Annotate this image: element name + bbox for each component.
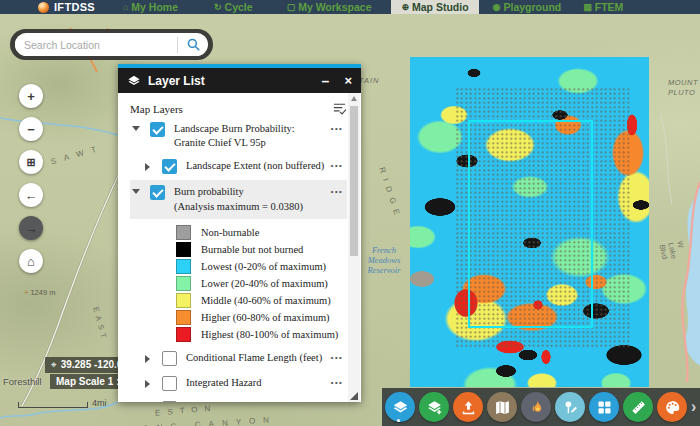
fire-behavior-button[interactable] [521,392,551,422]
layer-label: Midflame Wind Speed (mph) [186,401,325,402]
zoom-in-button[interactable]: + [19,84,43,108]
next-extent-button[interactable]: → [19,216,43,240]
legend-item: Burnable but not burned [176,241,343,258]
iftdss-app: MOUNTAIN MOUNT PLUTO French Meadows Rese… [0,0,700,426]
iftdss-logo-icon [38,2,49,13]
collapse-caret-icon[interactable] [132,126,140,131]
previous-extent-button[interactable]: ← [19,183,43,207]
draw-button[interactable] [555,392,585,422]
zoom-to-extent-button[interactable]: ⊞ [19,150,43,174]
map-label-ridge: RIDGE [377,166,403,221]
legend-swatch [176,310,191,325]
iftdss-brand[interactable]: IFTDSS [38,1,95,13]
lakeshore-road-line [682,182,700,382]
scroll-corner-icon[interactable] [350,392,358,400]
scale-bar: 4mi [18,398,107,408]
layer-row-landscape-extent[interactable]: Landscape Extent (non buffered) ••• [130,159,343,174]
legend-item: Non-burnable [176,224,343,241]
river-line [0,118,120,136]
search-icon [186,37,201,52]
layers-icon [127,74,141,88]
scale-bar-label: 4mi [92,398,107,408]
search-button[interactable] [178,37,208,52]
layer-label: Landscape Burn Probability: Granite Chie… [174,122,325,150]
layer-row-integrated-hazard[interactable]: Integrated Hazard ••• [130,376,343,391]
layer-row-landscape-burn-probability[interactable]: Landscape Burn Probability: Granite Chie… [130,122,343,150]
panel-title: Layer List [148,74,322,88]
home-icon: ⌂ [123,3,128,12]
legend-swatch [176,327,191,342]
map-toolbar: › [382,388,700,426]
grid-icon [596,399,613,416]
map-label-east: EAST [91,306,109,343]
layer-list-header[interactable]: Layer List – × [118,68,361,93]
elevation-marker-icon: + [24,288,28,297]
layer-checkbox[interactable] [162,401,177,402]
panel-scrollbar[interactable] [348,93,360,402]
nav-my-home[interactable]: ⌂ My Home [123,0,178,14]
playground-icon: ◉ [493,3,501,12]
nav-playground[interactable]: ◉ Playground [493,0,562,14]
top-navbar: IFTDSS ⌂ My Home ↻ Cycle ▢ My Workspace … [0,0,700,14]
layer-label: Integrated Hazard [186,376,325,390]
expand-caret-icon[interactable] [145,380,150,388]
scrollbar-thumb[interactable] [350,106,358,256]
legend-swatch [176,276,191,291]
workspace-icon: ▢ [287,3,296,12]
layer-row-midflame-wind-speed[interactable]: Midflame Wind Speed (mph) ••• [130,401,343,402]
expand-caret-icon[interactable] [145,163,150,171]
map-label-french-meadows-reservoir: French Meadows Reservoir [360,246,408,275]
active-tool-indicator [397,419,400,422]
map-label-elevation: +1249 m [24,288,55,297]
layer-label: Conditional Flame Length (feet) [186,351,325,365]
legend-swatch [176,293,191,308]
layers-add-icon [426,399,443,416]
legend-item: Lowest (0-20% of maximum) [176,258,343,275]
layer-checkbox[interactable] [150,122,165,137]
layer-row-conditional-flame-length[interactable]: Conditional Flame Length (feet) ••• [130,351,343,366]
more-tools-chevron[interactable]: › [691,398,696,416]
nav-my-workspace[interactable]: ▢ My Workspace [287,0,372,14]
layer-checkbox[interactable] [150,185,165,200]
ftem-icon: ▤ [583,3,592,12]
layer-label: Burn probability (Analysis maximum = 0.0… [174,185,325,213]
legend-item: Higher (60-80% of maximum) [176,309,343,326]
expand-caret-icon[interactable] [145,355,150,363]
collapse-caret-icon[interactable] [132,189,140,194]
toggle-all-layers-icon[interactable] [332,101,347,116]
nav-cycle[interactable]: ↻ Cycle [214,0,253,14]
layer-row-burn-probability[interactable]: Burn probability (Analysis maximum = 0.0… [130,180,347,218]
nav-map-studio[interactable]: ⊕ Map Studio [391,0,478,14]
scroll-up-icon[interactable] [351,96,357,101]
layer-options-menu[interactable]: ••• [331,161,343,171]
nav-ftem[interactable]: ▤ FTEM [583,0,623,14]
zoom-out-button[interactable]: − [19,117,43,141]
search-input[interactable] [15,39,177,51]
layer-options-menu[interactable]: ••• [331,378,343,388]
layer-sublabel: (Analysis maximum = 0.0380) [174,200,325,214]
close-icon[interactable]: × [344,74,352,87]
layer-list-button[interactable] [385,392,415,422]
map-label-sawtooth: SAWT [50,143,105,167]
layer-checkbox[interactable] [162,376,177,391]
layer-options-menu[interactable]: ••• [331,124,343,134]
style-button[interactable] [657,392,687,422]
apps-button[interactable] [589,392,619,422]
layers-icon [392,399,409,416]
layer-options-menu[interactable]: ••• [331,187,343,197]
measure-button[interactable] [623,392,653,422]
brand-name: IFTDSS [54,1,95,13]
crosshair-icon: ⌖ [51,359,57,370]
layer-checkbox[interactable] [162,351,177,366]
home-extent-button[interactable]: ⌂ [19,249,43,273]
layer-options-menu[interactable]: ••• [331,353,343,363]
upload-button[interactable] [453,392,483,422]
minor-road-line [660,114,672,204]
burn-probability-legend: Non-burnable Burnable but not burned Low… [176,224,343,343]
minimize-button[interactable]: – [322,74,330,88]
add-data-button[interactable] [419,392,449,422]
basemap-button[interactable] [487,392,517,422]
legend-item: Lower (20-40% of maximum) [176,275,343,292]
layer-checkbox[interactable] [162,159,177,174]
globe-icon: ⊕ [401,3,409,12]
